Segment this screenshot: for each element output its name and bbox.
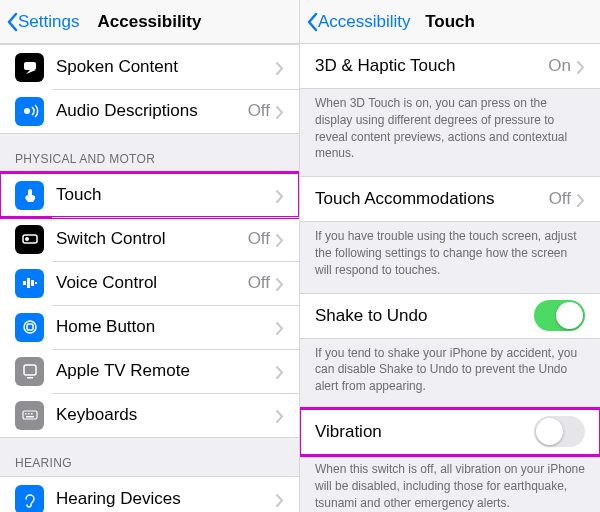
- svg-rect-0: [24, 62, 36, 70]
- vibration-switch[interactable]: [534, 416, 585, 447]
- row-label: Audio Descriptions: [56, 101, 248, 121]
- svg-point-3: [25, 237, 29, 241]
- vibration-row[interactable]: Vibration: [300, 410, 600, 454]
- speech-icon: [15, 53, 44, 82]
- shake-footer: If you tend to shake your iPhone by acci…: [300, 339, 600, 409]
- home-button-row[interactable]: Home Button: [0, 305, 299, 349]
- keyboard-icon: [15, 401, 44, 430]
- voice-ctrl-icon: [15, 269, 44, 298]
- shake-to-undo-row[interactable]: Shake to Undo: [300, 294, 600, 338]
- svg-rect-5: [27, 278, 30, 288]
- svg-rect-6: [31, 280, 34, 286]
- touch-pane: Accessibility Touch 3D & Haptic Touch On…: [300, 0, 600, 512]
- chevron-icon: [276, 321, 284, 334]
- switch-ctrl-icon: [15, 225, 44, 254]
- touch-accommodations-value: Off: [549, 189, 571, 209]
- chevron-icon: [276, 189, 284, 202]
- hearing-header: HEARING: [0, 438, 299, 476]
- chevron-icon: [276, 105, 284, 118]
- spoken-content-row[interactable]: Spoken Content: [0, 45, 299, 89]
- audio-desc-icon: [15, 97, 44, 126]
- touch-accommodations-label: Touch Accommodations: [315, 189, 549, 209]
- hearing-devices-row[interactable]: Hearing Devices: [0, 477, 299, 512]
- vibration-footer: When this switch is off, all vibration o…: [300, 455, 600, 512]
- apple-tv-remote-row[interactable]: Apple TV Remote: [0, 349, 299, 393]
- row-value: Off: [248, 273, 270, 293]
- tv-icon: [15, 357, 44, 386]
- svg-rect-11: [27, 377, 33, 379]
- chevron-icon: [577, 193, 585, 206]
- chevron-icon: [276, 233, 284, 246]
- haptic-touch-label: 3D & Haptic Touch: [315, 56, 548, 76]
- vibration-label: Vibration: [315, 422, 534, 442]
- voice-control-row[interactable]: Voice ControlOff: [0, 261, 299, 305]
- row-label: Keyboards: [56, 405, 276, 425]
- chevron-icon: [276, 61, 284, 74]
- svg-rect-15: [31, 413, 33, 415]
- chevron-icon: [276, 409, 284, 422]
- svg-point-8: [24, 321, 36, 333]
- chevron-icon: [276, 277, 284, 290]
- svg-rect-9: [27, 324, 33, 330]
- back-button-accessibility[interactable]: Accessibility: [300, 12, 411, 32]
- accom-footer: If you have trouble using the touch scre…: [300, 222, 600, 292]
- svg-point-1: [24, 108, 30, 114]
- row-value: Off: [248, 229, 270, 249]
- row-label: Hearing Devices: [56, 489, 276, 509]
- svg-rect-13: [25, 413, 27, 415]
- hearing-icon: [15, 485, 44, 513]
- navbar-right: Accessibility Touch: [300, 0, 600, 44]
- switch-control-row[interactable]: Switch ControlOff: [0, 217, 299, 261]
- touch-accommodations-row[interactable]: Touch Accommodations Off: [300, 177, 600, 221]
- svg-rect-12: [23, 411, 37, 419]
- navbar-left: Settings Accessibility: [0, 0, 299, 44]
- shake-to-undo-label: Shake to Undo: [315, 306, 534, 326]
- chevron-icon: [276, 493, 284, 506]
- svg-rect-7: [35, 282, 37, 284]
- chevron-icon: [276, 365, 284, 378]
- row-label: Spoken Content: [56, 57, 276, 77]
- audio-descriptions-row[interactable]: Audio DescriptionsOff: [0, 89, 299, 133]
- touch-row[interactable]: Touch: [0, 173, 299, 217]
- touch-icon: [15, 181, 44, 210]
- svg-rect-4: [23, 281, 26, 285]
- keyboards-row[interactable]: Keyboards: [0, 393, 299, 437]
- svg-rect-16: [26, 416, 34, 418]
- shake-to-undo-switch[interactable]: [534, 300, 585, 331]
- haptic-touch-value: On: [548, 56, 571, 76]
- row-value: Off: [248, 101, 270, 121]
- home-icon: [15, 313, 44, 342]
- row-label: Touch: [56, 185, 276, 205]
- left-scroll[interactable]: Spoken ContentAudio DescriptionsOff PHYS…: [0, 44, 299, 512]
- accessibility-pane: Settings Accessibility Spoken ContentAud…: [0, 0, 300, 512]
- right-scroll[interactable]: 3D & Haptic Touch On When 3D Touch is on…: [300, 44, 600, 512]
- chevron-icon: [577, 60, 585, 73]
- physical-motor-header: PHYSICAL AND MOTOR: [0, 134, 299, 172]
- svg-rect-14: [28, 413, 30, 415]
- row-label: Switch Control: [56, 229, 248, 249]
- svg-rect-10: [24, 365, 36, 375]
- row-label: Apple TV Remote: [56, 361, 276, 381]
- haptic-touch-row[interactable]: 3D & Haptic Touch On: [300, 44, 600, 88]
- back-button-settings[interactable]: Settings: [0, 12, 79, 32]
- haptic-footer: When 3D Touch is on, you can press on th…: [300, 89, 600, 176]
- row-label: Home Button: [56, 317, 276, 337]
- row-label: Voice Control: [56, 273, 248, 293]
